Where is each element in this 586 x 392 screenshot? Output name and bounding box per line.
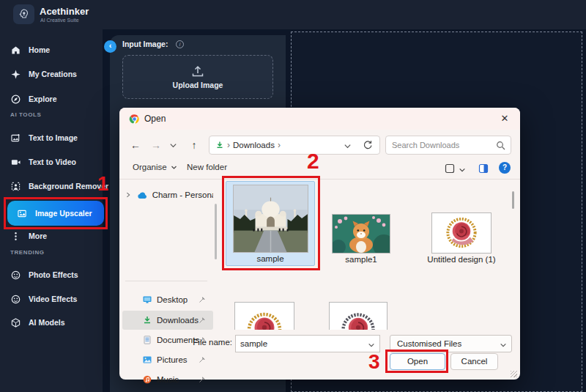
nav-item-desktop[interactable]: Desktop [122, 290, 213, 309]
file-item-rose-gold-2[interactable] [234, 296, 295, 330]
pictures-icon [143, 355, 152, 364]
nav-item-pictures[interactable]: Pictures [122, 350, 213, 369]
file-thumbnail-taj-mahal [233, 185, 308, 253]
expand-chevron-icon[interactable] [125, 192, 131, 198]
sidebar-item-label: Text to Image [29, 133, 78, 142]
file-list-scrollbar[interactable] [512, 191, 514, 209]
organise-label: Organise [133, 163, 167, 171]
file-item-sample[interactable]: sample [226, 181, 315, 266]
video-effects-icon [11, 295, 21, 304]
view-options-icon[interactable] [445, 163, 455, 174]
address-bar[interactable]: › Downloads › [209, 136, 380, 155]
close-icon[interactable]: ✕ [497, 111, 513, 126]
nav-item-charm[interactable]: Charm - Persona [122, 185, 213, 204]
app-topbar: Acethinker AI Creative Suite [0, 0, 586, 29]
sidebar-section-ai-tools: AI TOOLS [10, 111, 41, 118]
explore-icon [11, 95, 21, 104]
organise-menu[interactable]: Organise [133, 163, 177, 171]
sidebar-item-video-effects[interactable]: Video Effects [0, 291, 103, 307]
photo-effects-icon [11, 270, 21, 280]
back-button[interactable]: ← [128, 138, 143, 152]
cancel-button[interactable]: Cancel [450, 353, 498, 370]
nav-item-label: Downloads [157, 316, 199, 325]
help-icon[interactable]: ? [499, 162, 511, 174]
pin-icon [199, 317, 206, 324]
sparkle-icon [11, 70, 21, 79]
collapse-panel-button[interactable]: ‹ [104, 40, 116, 53]
pin-icon [199, 296, 206, 303]
file-type-chevron-icon [500, 341, 507, 349]
file-type-select[interactable]: Customised Files [390, 335, 512, 352]
dialog-nav-pane: Charm - Persona Desktop Downloads Docume… [122, 181, 216, 330]
address-dropdown-chevron-icon[interactable] [344, 142, 352, 150]
sidebar-item-home[interactable]: Home [0, 42, 103, 58]
breadcrumb-downloads[interactable]: Downloads [233, 141, 275, 149]
view-options-chevron-icon[interactable] [459, 166, 466, 174]
upload-image-dropzone[interactable]: Upload Image [122, 55, 273, 99]
sidebar-item-ai-models[interactable]: AI Models [0, 314, 103, 330]
file-name-input[interactable] [240, 337, 363, 350]
file-name-label: File name: [141, 338, 232, 347]
file-item-untitled-design[interactable]: Untitled design (1) [416, 181, 507, 266]
nav-item-label: Desktop [157, 295, 188, 304]
file-thumbnail-rose-gold [431, 212, 492, 254]
nav-item-music[interactable]: Music [122, 370, 213, 389]
nav-item-downloads[interactable]: Downloads [122, 311, 213, 330]
forward-button[interactable]: → [149, 138, 163, 152]
nav-item-label: Pictures [157, 355, 188, 364]
refresh-icon[interactable] [363, 140, 373, 150]
nav-item-label: Music [157, 375, 179, 384]
background-remover-icon [11, 182, 21, 191]
info-icon: i [176, 40, 184, 48]
search-icon [496, 141, 505, 150]
sidebar-item-text-to-video[interactable]: Text to Video [0, 154, 103, 170]
text-to-video-icon [11, 158, 21, 167]
file-item-sample1[interactable]: sample1 [322, 181, 400, 266]
sidebar-item-label: Photo Effects [29, 270, 78, 279]
file-thumbnail-rose-gold [234, 302, 294, 330]
sidebar-item-label: Home [29, 45, 50, 54]
upload-icon [190, 64, 205, 78]
new-folder-label: New folder [187, 163, 227, 171]
onedrive-cloud-icon [137, 191, 147, 199]
organise-chevron-icon [171, 164, 177, 171]
open-button[interactable]: Open [390, 353, 445, 370]
recent-locations-chevron-icon[interactable] [169, 141, 177, 149]
sidebar-item-label: Explore [29, 95, 57, 103]
text-to-image-icon [11, 133, 21, 143]
open-file-dialog: Open ✕ ← → ↑ › Downloads › Organise New … [119, 108, 520, 380]
ai-models-icon [11, 318, 21, 328]
sidebar-section-trending: TRENDING [10, 249, 45, 256]
file-name-chevron-icon[interactable] [368, 341, 375, 349]
search-input[interactable] [392, 137, 493, 153]
file-name: Untitled design (1) [427, 254, 495, 266]
pin-icon [199, 376, 206, 383]
sidebar-item-more[interactable]: More [0, 228, 103, 244]
preview-pane-icon[interactable] [478, 163, 489, 174]
file-item-rose-dark[interactable] [328, 296, 388, 330]
nav-divider [125, 281, 207, 281]
sidebar-item-my-creations[interactable]: My Creations [0, 66, 103, 82]
sidebar-item-photo-effects[interactable]: Photo Effects [0, 267, 103, 283]
sidebar-item-explore[interactable]: Explore [0, 91, 103, 107]
file-name: sample [256, 253, 283, 265]
dialog-toolbar: Organise New folder ? [119, 159, 520, 180]
music-icon [143, 375, 152, 384]
nav-item-label: Charm - Persona [152, 191, 213, 199]
downloads-folder-icon [215, 141, 224, 149]
brand-name: Acethinker [40, 6, 89, 17]
sidebar-item-text-to-image[interactable]: Text to Image [0, 130, 103, 146]
brand-subtitle: AI Creative Suite [40, 18, 79, 23]
sidebar-item-image-upscaler[interactable]: Image Upscaler [7, 201, 104, 226]
dialog-titlebar [119, 108, 520, 130]
new-folder-button[interactable]: New folder [187, 163, 227, 171]
breadcrumb-separator: › [278, 140, 281, 150]
pin-icon [199, 356, 206, 363]
file-type-value: Customised Files [397, 339, 461, 348]
acethinker-logo-icon [13, 4, 34, 24]
dialog-title: Open [144, 114, 166, 124]
up-button[interactable]: ↑ [187, 138, 201, 152]
input-image-label: Input Image: [122, 40, 168, 48]
sidebar-item-background-remover[interactable]: Background Remover [0, 178, 103, 194]
resize-grip[interactable] [511, 371, 517, 377]
